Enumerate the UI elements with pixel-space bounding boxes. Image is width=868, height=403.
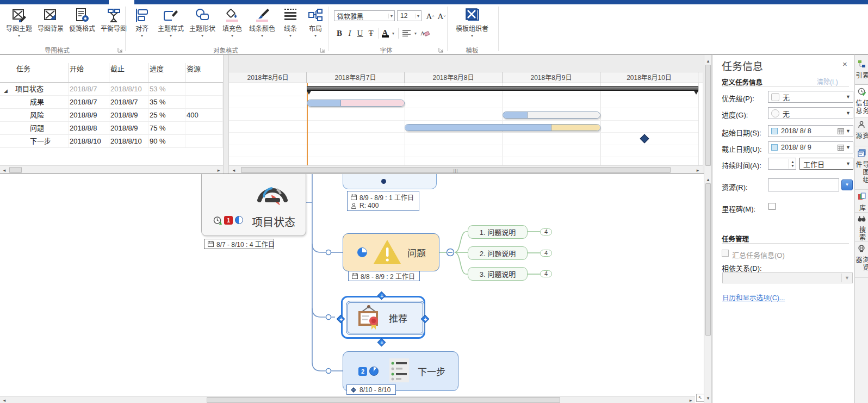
scroll-right-arrow[interactable]: ▸ [695, 166, 701, 174]
risk-topic[interactable] [343, 173, 437, 189]
scroll-left-arrow[interactable]: ◂ [1, 166, 8, 174]
close-icon[interactable]: × [842, 59, 847, 69]
table-row[interactable]: 成果2018/8/72018/8/735 % [0, 96, 223, 109]
font-color-arrow[interactable]: ▾ [390, 27, 396, 39]
dialog-launcher-icon[interactable] [117, 47, 123, 53]
line-color-button[interactable]: 线条颜色▾ [247, 7, 277, 44]
subtopic[interactable]: 2. 问题说明 [468, 246, 528, 260]
shrink-font-button[interactable]: A˅ [436, 10, 447, 22]
table-cell[interactable]: 90 % [148, 135, 185, 147]
clear-link[interactable]: 清除(L) [817, 77, 838, 86]
scroll-down-arrow[interactable]: ▾ [705, 394, 711, 402]
table-cell[interactable]: 2018/8/7 [69, 83, 109, 95]
scroll-right-arrow[interactable]: ▸ [687, 396, 694, 403]
gantt-milestone-下一步[interactable] [640, 134, 649, 144]
table-cell[interactable] [185, 135, 223, 147]
table-row[interactable]: ◢项目状态2018/8/72018/8/1053 % [0, 83, 223, 96]
scrollbar-thumb[interactable] [705, 65, 711, 166]
align-button[interactable]: 对齐▾ [129, 7, 154, 44]
add-topic-handle-right[interactable]: + [421, 315, 430, 324]
resource-input[interactable] [768, 178, 839, 191]
collapsed-count-badge[interactable]: 4 [540, 250, 552, 257]
table-cell[interactable]: 问题 [0, 122, 69, 134]
scroll-up-arrow[interactable]: ▴ [705, 176, 711, 183]
line-button[interactable]: 线条▾ [278, 7, 302, 44]
progress-select[interactable]: 无 ▼ [768, 107, 853, 119]
priority-select[interactable]: 无 ▼ [768, 91, 853, 103]
topic-shape-button[interactable]: 主题形状▾ [187, 7, 218, 44]
side-tab-search[interactable]: 搜索 [855, 213, 868, 242]
side-tab-browser[interactable]: 浏览器 [855, 242, 868, 278]
risk-collapse-dot[interactable] [381, 179, 386, 184]
side-tab-map-parts[interactable]: 导图组件 [855, 146, 868, 190]
table-row[interactable]: 风险2018/8/92018/8/925 %400 [0, 109, 223, 122]
collapsed-count-badge[interactable]: 4 [540, 270, 552, 277]
side-tab-library[interactable]: 库 [855, 190, 868, 213]
underline-button[interactable]: U [355, 27, 365, 39]
start-date-field[interactable]: 2018/ 8/ 8 ▼ [768, 125, 853, 137]
dialog-launcher-icon[interactable] [438, 47, 444, 53]
clear-format-button[interactable]: A [419, 27, 432, 39]
balance-map-button[interactable]: 平衡导图 [99, 7, 128, 44]
date-checkbox[interactable] [771, 128, 778, 134]
side-tab-task-info[interactable]: 任务信息 [855, 84, 868, 118]
table-cell[interactable]: 2018/8/9 [69, 109, 109, 121]
branch-circle[interactable] [326, 369, 331, 374]
table-cell[interactable]: 35 % [148, 96, 185, 108]
side-tab-resources[interactable]: 资源 [855, 118, 868, 146]
scroll-right-arrow[interactable]: ▸ [215, 166, 222, 174]
topic-style-button[interactable]: 主题样式▾ [156, 7, 186, 44]
fill-color-button[interactable]: 填充色▾ [219, 7, 246, 44]
dialog-launcher-icon[interactable] [320, 47, 326, 53]
rollup-checkbox[interactable] [722, 250, 729, 257]
table-cell[interactable]: 400 [185, 109, 223, 121]
add-topic-handle-top[interactable]: + [377, 292, 386, 300]
end-date-field[interactable]: 2018/ 8/ 9 ▼ [768, 141, 853, 153]
table-cell[interactable]: 下一步 [0, 135, 69, 147]
branch-circle[interactable] [326, 250, 331, 255]
central-topic[interactable]: 1 项目状态 [201, 173, 306, 236]
scrollbar-thumb[interactable] [207, 397, 560, 403]
table-cell[interactable]: 2018/8/9 [109, 122, 148, 134]
grow-font-button[interactable]: A˄ [425, 10, 436, 22]
table-cell[interactable]: 风险 [0, 109, 69, 121]
font-size-select[interactable]: 12▾ [397, 10, 421, 21]
add-topic-handle-bottom[interactable]: + [377, 338, 386, 347]
gantt-bar-风险[interactable] [503, 111, 600, 119]
table-cell[interactable]: 75 % [148, 122, 185, 134]
table-row[interactable]: 问题2018/8/82018/8/975 % [0, 122, 223, 135]
bold-button[interactable]: B [334, 27, 345, 39]
note-format-button[interactable]: 便笺格式 [67, 7, 97, 44]
collapsed-count-badge[interactable]: 4 [540, 228, 552, 235]
table-cell[interactable]: 2018/8/9 [109, 109, 148, 121]
issue-topic[interactable]: 问题 [343, 233, 439, 271]
table-cell[interactable] [185, 122, 223, 134]
duration-spinner[interactable]: ▲▼ [768, 158, 796, 170]
table-cell[interactable]: 25 % [148, 109, 185, 121]
scrollbar-thumb[interactable] [705, 183, 711, 336]
table-cell[interactable]: 2018/8/7 [109, 96, 148, 108]
alignment-arrow[interactable]: ▾ [412, 27, 419, 39]
scroll-left-arrow[interactable]: ◂ [231, 166, 237, 174]
spinner-arrows[interactable]: ▲▼ [789, 159, 796, 169]
fit-map-button[interactable]: ↖ [696, 394, 704, 402]
branch-circle[interactable] [326, 315, 331, 320]
subtopic[interactable]: 1. 问题说明 [468, 225, 528, 239]
recommend-topic[interactable]: 推荐 [346, 301, 425, 335]
map-theme-button[interactable]: 导图主题▾ [4, 7, 34, 44]
milestone-checkbox[interactable] [768, 203, 776, 210]
calendar-options-link[interactable]: 日历和显示选项(C)... [722, 292, 785, 302]
gantt-bar-成果[interactable] [307, 100, 405, 107]
font-family-select[interactable]: 微软雅黑▾ [334, 10, 395, 21]
subtopic[interactable]: 3. 问题说明 [468, 267, 528, 281]
gantt-bar-问题[interactable] [405, 124, 600, 131]
expander-icon[interactable]: ◢ [4, 85, 8, 95]
table-row[interactable]: 下一步2018/8/102018/8/1090 % [0, 135, 223, 148]
italic-button[interactable]: I [345, 27, 355, 39]
duration-unit-select[interactable]: 工作日 ▼ [799, 158, 853, 170]
add-topic-handle-left[interactable]: + [337, 315, 345, 324]
map-canvas[interactable]: 1 项目状态 8/7 - 8/10 : 4 工作日 8/9 - 8/9 : 1 … [0, 173, 704, 403]
side-tab-index[interactable]: 索引 [855, 57, 868, 84]
map-background-button[interactable]: 导图背景 [36, 7, 65, 44]
table-cell[interactable]: 2018/8/10 [109, 135, 148, 147]
